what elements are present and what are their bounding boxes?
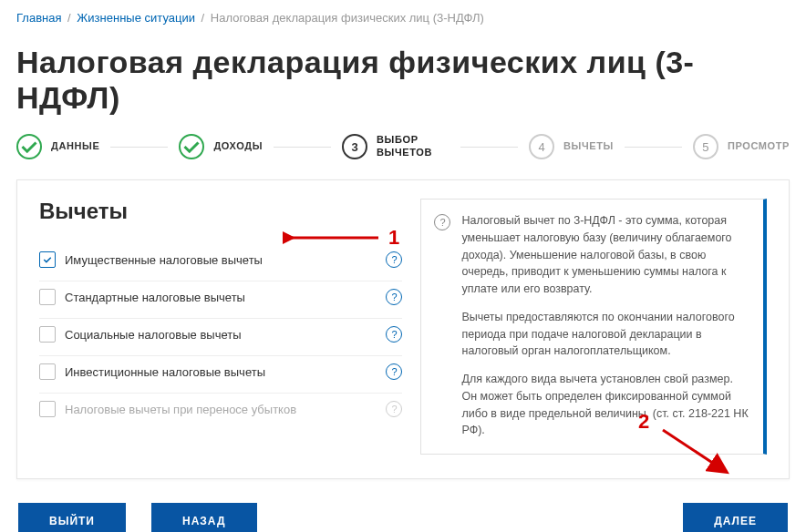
step-3-label: ВЫБОР ВЫЧЕТОВ bbox=[377, 134, 450, 159]
info-p1: Налоговый вычет по 3-НДФЛ - это сумма, к… bbox=[461, 212, 749, 298]
help-icon[interactable]: ? bbox=[386, 363, 402, 380]
step-3[interactable]: 3 ВЫБОР ВЫЧЕТОВ bbox=[342, 134, 450, 159]
back-button[interactable]: НАЗАД bbox=[151, 503, 257, 532]
step-4-label: ВЫЧЕТЫ bbox=[563, 140, 614, 153]
step-4[interactable]: 4 ВЫЧЕТЫ bbox=[529, 134, 614, 159]
info-p2: Вычеты предоставляются по окончании нало… bbox=[461, 309, 749, 360]
info-p3: Для каждого вида вычета установлен свой … bbox=[461, 371, 749, 439]
deduction-loss-carry-label: Налоговые вычеты при переносе убытков bbox=[65, 403, 377, 416]
deduction-investment[interactable]: Инвестиционные налоговые вычеты ? bbox=[39, 356, 402, 394]
checkbox-unchecked-icon[interactable] bbox=[39, 289, 56, 305]
check-icon bbox=[16, 134, 42, 159]
deduction-property[interactable]: Имущественные налоговые вычеты ? bbox=[39, 244, 402, 281]
checkbox-unchecked-icon[interactable] bbox=[39, 401, 56, 417]
button-row: ВЫЙТИ НАЗАД ДАЛЕЕ bbox=[16, 503, 790, 532]
info-text: Налоговый вычет по 3-НДФЛ - это сумма, к… bbox=[461, 212, 749, 439]
help-icon[interactable]: ? bbox=[386, 326, 402, 343]
step-5[interactable]: 5 ПРОСМОТР bbox=[693, 134, 790, 159]
breadcrumb-situations[interactable]: Жизненные ситуации bbox=[77, 11, 195, 25]
step-1[interactable]: ДАННЫЕ bbox=[16, 134, 99, 159]
breadcrumb: Главная / Жизненные ситуации / Налоговая… bbox=[16, 11, 790, 25]
page-title: Налоговая декларация физических лиц (3-Н… bbox=[16, 45, 790, 116]
deduction-investment-label: Инвестиционные налоговые вычеты bbox=[65, 365, 377, 379]
step-5-num: 5 bbox=[693, 134, 718, 159]
exit-button[interactable]: ВЫЙТИ bbox=[18, 503, 126, 532]
content-card: Вычеты Имущественные налоговые вычеты ? … bbox=[16, 179, 790, 479]
info-icon: ? bbox=[434, 214, 450, 230]
section-title: Вычеты bbox=[39, 199, 402, 224]
breadcrumb-current: Налоговая декларация физических лиц (3-Н… bbox=[211, 11, 484, 25]
help-icon[interactable]: ? bbox=[386, 251, 402, 268]
deduction-social-label: Социальные налоговые вычеты bbox=[65, 328, 377, 342]
breadcrumb-home[interactable]: Главная bbox=[16, 11, 61, 25]
next-button[interactable]: ДАЛЕЕ bbox=[683, 503, 788, 532]
step-3-num: 3 bbox=[342, 134, 367, 159]
step-4-num: 4 bbox=[529, 134, 554, 159]
deduction-property-label: Имущественные налоговые вычеты bbox=[65, 253, 377, 267]
deduction-standard-label: Стандартные налоговые вычеты bbox=[65, 291, 377, 304]
step-2-label: ДОХОДЫ bbox=[213, 140, 263, 153]
deduction-social[interactable]: Социальные налоговые вычеты ? bbox=[39, 319, 402, 356]
step-5-label: ПРОСМОТР bbox=[728, 140, 790, 153]
checkbox-checked-icon[interactable] bbox=[39, 251, 56, 268]
step-2[interactable]: ДОХОДЫ bbox=[179, 134, 263, 159]
checkbox-unchecked-icon[interactable] bbox=[39, 326, 56, 343]
step-1-label: ДАННЫЕ bbox=[51, 140, 99, 153]
info-box: ? Налоговый вычет по 3-НДФЛ - это сумма,… bbox=[420, 199, 767, 455]
check-icon bbox=[179, 134, 204, 159]
stepper: ДАННЫЕ ДОХОДЫ 3 ВЫБОР ВЫЧЕТОВ 4 ВЫЧЕТЫ 5… bbox=[16, 134, 790, 159]
help-icon[interactable]: ? bbox=[386, 289, 402, 305]
help-icon[interactable]: ? bbox=[386, 401, 402, 417]
deduction-loss-carry[interactable]: Налоговые вычеты при переносе убытков ? bbox=[39, 394, 402, 430]
checkbox-unchecked-icon[interactable] bbox=[39, 363, 56, 380]
deduction-standard[interactable]: Стандартные налоговые вычеты ? bbox=[39, 281, 402, 319]
